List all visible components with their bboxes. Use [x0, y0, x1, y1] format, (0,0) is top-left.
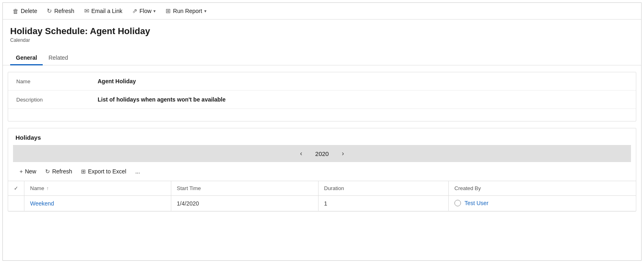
row-name: Weekend: [24, 196, 171, 211]
main-toolbar: 🗑 Delete ↻ Refresh ✉ Email a Link ⇗ Flow…: [3, 3, 641, 19]
flow-button[interactable]: ⇗ Flow ▾: [128, 5, 160, 17]
table-row: Weekend 1/4/2020 1 Test User: [8, 196, 636, 211]
page-title: Holiday Schedule: Agent Holiday: [10, 26, 634, 37]
row-duration: 1: [318, 196, 449, 211]
holiday-name-link[interactable]: Weekend: [30, 200, 54, 207]
start-time-col-header[interactable]: Start Time: [171, 181, 318, 196]
name-value: Agent Holiday: [98, 78, 628, 84]
flow-label: Flow: [140, 8, 152, 14]
description-value: List of holidays when agents won't be av…: [98, 96, 628, 103]
new-label: New: [25, 168, 36, 175]
more-actions-button[interactable]: ...: [131, 166, 144, 177]
created-by-col-label: Created By: [454, 185, 481, 191]
run-report-chevron-icon: ▾: [204, 9, 207, 14]
flow-chevron-icon: ▾: [153, 9, 156, 14]
description-row: Description List of holidays when agents…: [8, 91, 636, 109]
refresh-button[interactable]: ↻ Refresh: [43, 5, 78, 17]
refresh-label: Refresh: [54, 8, 74, 14]
email-label: Email a Link: [92, 8, 122, 14]
row-created-by: Test User: [449, 196, 636, 211]
email-icon: ✉: [84, 7, 90, 15]
delete-button[interactable]: 🗑 Delete: [9, 6, 41, 17]
page-subtitle: Calendar: [10, 37, 634, 43]
run-report-label: Run Report: [173, 8, 202, 14]
refresh-icon: ↻: [47, 7, 52, 15]
user-link[interactable]: Test User: [465, 200, 489, 206]
duration-col-label: Duration: [324, 185, 344, 191]
row-start-time: 1/4/2020: [171, 196, 318, 211]
delete-icon: 🗑: [13, 8, 19, 15]
start-time-col-label: Start Time: [177, 185, 201, 191]
refresh-holidays-button[interactable]: ↻ Refresh: [41, 166, 76, 177]
holidays-table: ✓ Name ↑ Start Time Duration: [8, 181, 636, 211]
year-navigator: ‹ 2020 ›: [13, 145, 631, 162]
next-year-button[interactable]: ›: [338, 149, 347, 158]
more-label: ...: [135, 168, 140, 175]
new-holiday-button[interactable]: + New: [15, 166, 40, 177]
refresh-holidays-label: Refresh: [52, 168, 72, 175]
general-form-card: Name Agent Holiday Description List of h…: [8, 72, 636, 121]
page-header: Holiday Schedule: Agent Holiday Calendar: [3, 19, 641, 43]
duration-col-header[interactable]: Duration: [318, 181, 449, 196]
user-icon: [454, 200, 461, 206]
delete-label: Delete: [21, 8, 37, 14]
year-label: 2020: [315, 150, 329, 157]
created-by-col-header[interactable]: Created By: [449, 181, 636, 196]
description-label: Description: [16, 96, 98, 103]
run-report-button[interactable]: ⊞ Run Report ▾: [162, 5, 211, 17]
prev-year-button[interactable]: ‹: [297, 149, 305, 158]
name-label: Name: [16, 78, 98, 84]
tab-general[interactable]: General: [10, 51, 43, 65]
tab-related[interactable]: Related: [43, 51, 74, 65]
refresh-holidays-icon: ↻: [45, 168, 50, 175]
flow-icon: ⇗: [132, 7, 138, 15]
name-col-header[interactable]: Name ↑: [24, 181, 171, 196]
row-checkbox[interactable]: [8, 196, 24, 211]
holidays-title: Holidays: [8, 128, 636, 145]
name-row: Name Agent Holiday: [8, 72, 636, 91]
holidays-section: Holidays ‹ 2020 › + New ↻ Refresh ⊞ Expo…: [8, 128, 636, 212]
checkbox-col-header: ✓: [8, 181, 24, 196]
new-icon: +: [20, 168, 23, 175]
tabs: General Related: [3, 46, 641, 65]
export-label: Export to Excel: [88, 168, 126, 175]
sub-toolbar: + New ↻ Refresh ⊞ Export to Excel ...: [8, 162, 636, 181]
export-excel-button[interactable]: ⊞ Export to Excel: [77, 166, 130, 177]
sort-icon: ↑: [46, 186, 49, 191]
run-report-icon: ⊞: [166, 7, 171, 15]
name-col-label: Name: [30, 185, 44, 191]
email-link-button[interactable]: ✉ Email a Link: [80, 5, 127, 17]
export-icon: ⊞: [81, 168, 86, 175]
check-icon: ✓: [14, 185, 18, 191]
